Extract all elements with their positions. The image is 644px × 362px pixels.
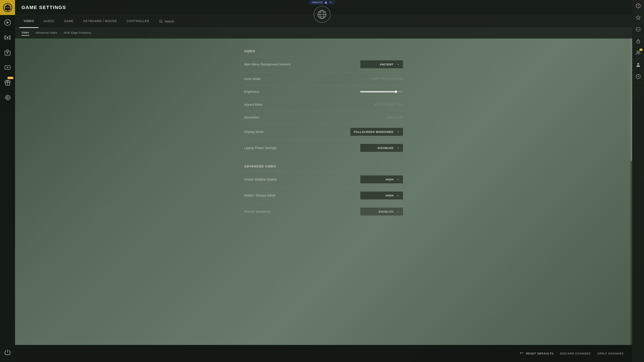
scrollbar[interactable] <box>630 39 632 345</box>
display-mode-label: Display Mode <box>244 130 264 134</box>
svg-point-18 <box>637 63 639 65</box>
globe-icon[interactable] <box>314 6 330 23</box>
page-title: GAME SETTINGS <box>22 5 66 10</box>
scrollbar-thumb[interactable] <box>630 39 632 161</box>
video-section-title: Video <box>244 45 403 56</box>
right-sidebar-users[interactable]: 2 <box>632 47 644 59</box>
setting-row-aspect-ratio: Aspect Ratio WIDESCREEN 16:9 <box>244 98 403 111</box>
setting-row-color-mode: Color Mode COMPUTER MONITOR <box>244 72 403 85</box>
resolution-label: Resolution <box>244 116 260 119</box>
setting-row-texture: Model / Texture Detail HIGH <box>244 187 403 203</box>
tab-keyboard-mouse[interactable]: Keyboard / Mouse <box>79 15 121 28</box>
shadow-dropdown[interactable]: HIGH <box>360 175 403 183</box>
reset-label: RESET DEFAULTS <box>526 352 554 355</box>
texture-label: Model / Texture Detail <box>244 194 276 197</box>
laptop-power-label: Laptop Power Savings <box>244 146 276 150</box>
svg-rect-19 <box>636 66 640 67</box>
reset-defaults-button[interactable]: RESET DEFAULTS <box>520 352 554 356</box>
tab-game[interactable]: Game <box>60 15 78 28</box>
subtab-video[interactable]: Video <box>22 31 29 36</box>
resolution-value: 3840X2160 <box>360 116 403 119</box>
main-menu-bg-dropdown[interactable]: ANCIENT <box>360 60 403 68</box>
main-content: GAME SETTINGS Video Audio Game Keyboard … <box>15 0 632 362</box>
chevron-down-icon <box>396 130 400 134</box>
tab-video[interactable]: Video <box>19 15 38 28</box>
svg-line-31 <box>162 22 162 23</box>
discard-label: DISCARD CHANGES <box>560 352 591 355</box>
search-icon <box>159 19 163 23</box>
chevron-down-icon <box>396 210 400 213</box>
texture-dropdown[interactable]: HIGH <box>360 191 403 199</box>
setting-row-main-menu-bg: Main Menu Background Scenery ANCIENT <box>244 56 403 72</box>
svg-point-17 <box>639 51 640 52</box>
display-mode-value: FULLSCREEN WINDOWED <box>354 130 394 134</box>
brightness-slider[interactable] <box>360 91 403 92</box>
right-sidebar-rank[interactable] <box>632 12 644 23</box>
brightness-thumb[interactable] <box>394 90 397 93</box>
sidebar-item-new[interactable]: NEW! <box>0 75 15 90</box>
apply-label: APPLY CHANGES <box>597 352 624 355</box>
setting-row-display-mode: Display Mode FULLSCREEN WINDOWED <box>244 124 403 140</box>
subtab-advanced-video[interactable]: Advanced Video <box>36 31 57 35</box>
svg-text:CS:GO: CS:GO <box>5 7 10 8</box>
svg-rect-7 <box>7 52 8 53</box>
aspect-ratio-label: Aspect Ratio <box>244 103 262 106</box>
chevron-down-icon <box>396 63 400 66</box>
laptop-power-value: DISABLED <box>378 146 394 150</box>
svg-point-16 <box>637 51 638 53</box>
sidebar-item-power[interactable] <box>0 345 15 360</box>
sidebar-item-play[interactable] <box>0 15 15 30</box>
sidebar-item-watch[interactable] <box>0 60 15 75</box>
setting-row-laptop-power: Laptop Power Savings DISABLED <box>244 140 403 156</box>
svg-point-30 <box>160 20 162 22</box>
right-sidebar-lock1[interactable] <box>632 35 644 47</box>
settings-panel: Video Main Menu Background Scenery ANCIE… <box>238 45 410 219</box>
sidebar-item-settings[interactable] <box>0 90 15 105</box>
display-mode-dropdown[interactable]: FULLSCREEN WINDOWED <box>350 128 403 136</box>
users-badge: 2 <box>639 48 643 51</box>
right-sidebar-user[interactable] <box>632 59 644 71</box>
texture-streaming-value: ENABLED <box>379 210 394 213</box>
tab-controller[interactable]: Controller <box>122 15 154 28</box>
laptop-power-dropdown[interactable]: DISABLED <box>360 144 403 152</box>
sidebar-item-inventory[interactable] <box>0 45 15 60</box>
immerse-bar[interactable]: IMMERSE <box>309 0 335 5</box>
setting-row-texture-streaming: Texture Streaming ENABLED <box>244 203 403 219</box>
bottom-bar: RESET DEFAULTS DISCARD CHANGES APPLY CHA… <box>15 345 632 362</box>
right-sidebar-rank2[interactable] <box>632 23 644 35</box>
right-sidebar-help2[interactable]: ? <box>632 71 644 83</box>
texture-streaming-dropdown[interactable]: ENABLED <box>360 207 403 216</box>
brightness-fill <box>360 91 397 92</box>
chevron-down-icon <box>396 146 400 150</box>
color-mode-label: Color Mode <box>244 77 261 81</box>
apply-changes-button[interactable]: APPLY CHANGES <box>597 352 624 355</box>
svg-text:?: ? <box>637 75 639 78</box>
sidebar-bottom <box>0 345 15 360</box>
settings-content[interactable]: Video Main Menu Background Scenery ANCIE… <box>15 39 632 345</box>
chevron-down-icon <box>396 194 400 197</box>
sub-tabs: Video Advanced Video HUD Edge Positions <box>15 28 632 39</box>
svg-point-11 <box>7 97 8 98</box>
main-menu-bg-value: ANCIENT <box>380 63 394 66</box>
top-overlay: IMMERSE <box>309 0 335 23</box>
shadow-value: HIGH <box>386 178 394 181</box>
tab-search[interactable]: Search <box>155 19 178 23</box>
csgo-logo[interactable]: CS:GO <box>0 0 15 15</box>
svg-marker-3 <box>7 21 9 24</box>
right-sidebar-help[interactable]: ? <box>632 0 644 12</box>
discard-changes-button[interactable]: DISCARD CHANGES <box>560 352 591 355</box>
setting-row-resolution: Resolution 3840X2160 <box>244 111 403 124</box>
svg-point-4 <box>7 37 8 38</box>
tab-audio[interactable]: Audio <box>40 15 58 28</box>
sidebar-item-antenna[interactable] <box>0 30 15 45</box>
svg-rect-15 <box>637 41 640 43</box>
main-menu-bg-label: Main Menu Background Scenery <box>244 63 291 66</box>
shadow-label: Global Shadow Quality <box>244 178 277 181</box>
svg-rect-22 <box>325 2 327 3</box>
svg-marker-9 <box>7 67 9 68</box>
chevron-down-icon <box>396 178 400 181</box>
subtab-hud[interactable]: HUD Edge Positions <box>64 31 91 35</box>
color-mode-value: COMPUTER MONITOR <box>360 77 403 80</box>
texture-streaming-label: Texture Streaming <box>244 210 270 213</box>
new-badge: NEW! <box>8 77 13 79</box>
